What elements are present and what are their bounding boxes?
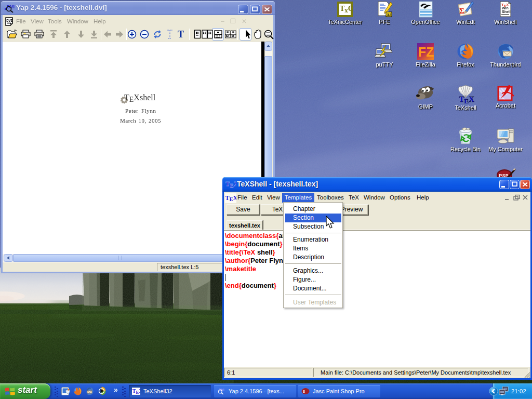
svg-text:DVI: DVI [6,19,13,23]
svg-text:TEX: TEX [225,180,236,189]
svg-text:Shell: Shell [502,10,511,14]
svg-text:Σ: Σ [459,7,464,15]
svg-text:8: 8 [303,390,305,393]
svg-text:Win: Win [502,6,509,10]
svg-text:32: 32 [387,12,392,17]
svg-text:PSP: PSP [499,173,509,178]
svg-text:FZ: FZ [418,45,434,59]
svg-text:T: T [178,29,184,39]
